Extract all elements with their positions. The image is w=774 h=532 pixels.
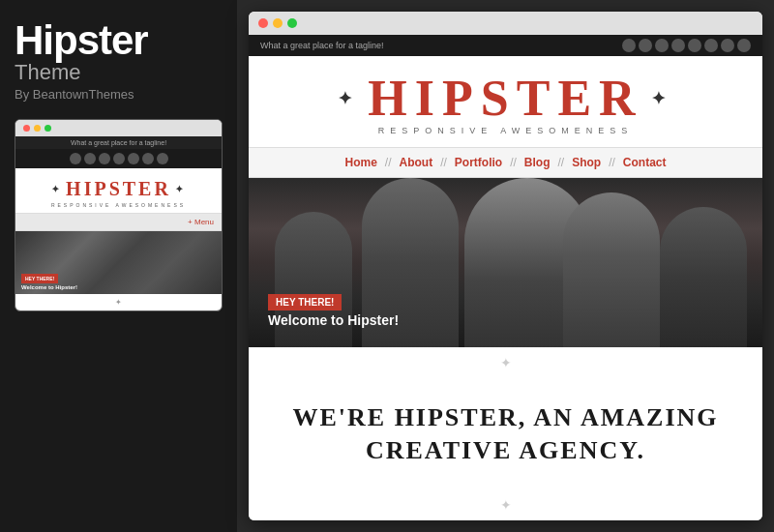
site-social-icon-5[interactable]: [688, 39, 701, 52]
mini-logo-area: ✦ HIPSTER ✦ RESPONSIVE AWESOMENESS: [15, 168, 222, 213]
nav-item-portfolio[interactable]: Portfolio: [447, 156, 510, 169]
nav-sep-5: //: [609, 156, 615, 169]
big-dot-yellow: [273, 18, 283, 28]
site-social-icon-2[interactable]: [639, 39, 652, 52]
star-divider-bottom: ✦: [500, 497, 512, 513]
mini-star-left: ✦: [51, 184, 62, 194]
mini-star-divider: ✦: [15, 294, 222, 310]
mini-dot-yellow: [34, 125, 41, 132]
logo-main-text: HIPSTER: [368, 74, 642, 124]
theme-author: By BeantownThemes: [15, 87, 223, 102]
site-tagline: What a great place for a tagline!: [260, 41, 384, 50]
mini-hero: HEY THERE! Welcome to Hipster!: [15, 231, 222, 294]
mini-browser-bar: [15, 120, 222, 136]
site-content-bottom: ✦ WE'RE HIPSTER, AN AMAZING CREATIVE AGE…: [249, 347, 762, 520]
mini-browser-preview: What a great place for a tagline! ✦ HIPS…: [15, 119, 223, 311]
mini-social-bar: [15, 149, 222, 168]
mini-tagline: What a great place for a tagline!: [15, 136, 222, 149]
agency-headline-1: WE'RE HIPSTER, AN AMAZING: [292, 401, 718, 434]
mini-social-icon-1: [70, 153, 81, 164]
hero-person-4: [563, 192, 660, 347]
hey-there-badge: HEY THERE!: [268, 294, 342, 310]
mini-menu-button[interactable]: + Menu: [15, 213, 222, 231]
agency-headline-2: CREATIVE AGENCY.: [366, 434, 645, 467]
hero-overlay: HEY THERE! Welcome to Hipster!: [268, 292, 399, 328]
right-panel: What a great place for a tagline! ✦ HIPS…: [237, 0, 774, 532]
mini-logo-sub: RESPONSIVE AWESOMENESS: [20, 202, 217, 208]
site-social-icon-8[interactable]: [737, 39, 751, 52]
site-logo-area: ✦ HIPSTER ✦ RESPONSIVE AWESOMENESS: [249, 56, 762, 147]
welcome-hipster-text: Welcome to Hipster!: [268, 312, 399, 328]
mini-dot-green: [45, 125, 51, 132]
big-dot-red: [258, 18, 268, 28]
big-dot-green: [287, 18, 297, 28]
nav-sep-4: //: [558, 156, 565, 169]
mini-social-icon-5: [128, 153, 139, 164]
theme-title-block: Hipster Theme By BeantownThemes: [15, 19, 223, 102]
site-social-icon-7[interactable]: [721, 39, 734, 52]
site-navigation: Home // About // Portfolio // Blog // Sh…: [249, 147, 762, 178]
nav-sep-2: //: [440, 156, 447, 169]
big-browser: What a great place for a tagline! ✦ HIPS…: [249, 12, 762, 520]
star-divider-top: ✦: [500, 355, 512, 370]
site-social-icons: [622, 39, 751, 52]
nav-item-home[interactable]: Home: [337, 156, 384, 169]
site-social-icon-6[interactable]: [704, 39, 718, 52]
mini-social-icon-2: [84, 153, 96, 164]
site-logo-sub: RESPONSIVE AWESOMENESS: [249, 126, 762, 135]
mini-browser-content: What a great place for a tagline! ✦ HIPS…: [15, 136, 222, 310]
site-social-icon-4[interactable]: [671, 39, 685, 52]
nav-item-about[interactable]: About: [392, 156, 441, 169]
mini-welcome-text: Welcome to Hipster!: [21, 284, 77, 290]
site-social-icon-1[interactable]: [622, 39, 636, 52]
mini-social-icon-4: [113, 153, 125, 164]
logo-star-right: ✦: [651, 90, 673, 107]
logo-star-left: ✦: [338, 90, 360, 107]
big-browser-bar: [249, 12, 762, 35]
mini-social-icon-3: [99, 153, 110, 164]
site-top-bar: What a great place for a tagline!: [249, 35, 762, 56]
mini-social-icon-7: [157, 153, 168, 164]
site-social-icon-3[interactable]: [655, 39, 669, 52]
mini-star-right: ✦: [175, 184, 186, 194]
nav-item-contact[interactable]: Contact: [615, 156, 674, 169]
mini-logo-text: ✦ HIPSTER ✦: [20, 178, 217, 200]
mini-social-icon-6: [142, 153, 154, 164]
theme-name-subtitle: Theme: [15, 62, 223, 83]
nav-item-shop[interactable]: Shop: [564, 156, 609, 169]
mini-dot-red: [23, 125, 30, 132]
theme-name-title: Hipster: [15, 19, 223, 62]
nav-item-blog[interactable]: Blog: [517, 156, 558, 169]
site-logo: ✦ HIPSTER ✦: [249, 74, 762, 124]
left-panel: Hipster Theme By BeantownThemes What a g…: [0, 0, 237, 532]
mini-hero-overlay: HEY THERE! Welcome to Hipster!: [15, 263, 83, 294]
site-hero: HEY THERE! Welcome to Hipster!: [249, 178, 762, 347]
nav-sep-1: //: [385, 156, 392, 169]
nav-sep-3: //: [510, 156, 517, 169]
mini-hey-badge: HEY THERE!: [21, 274, 58, 283]
big-browser-content: What a great place for a tagline! ✦ HIPS…: [249, 35, 762, 520]
hero-person-5: [660, 207, 747, 347]
